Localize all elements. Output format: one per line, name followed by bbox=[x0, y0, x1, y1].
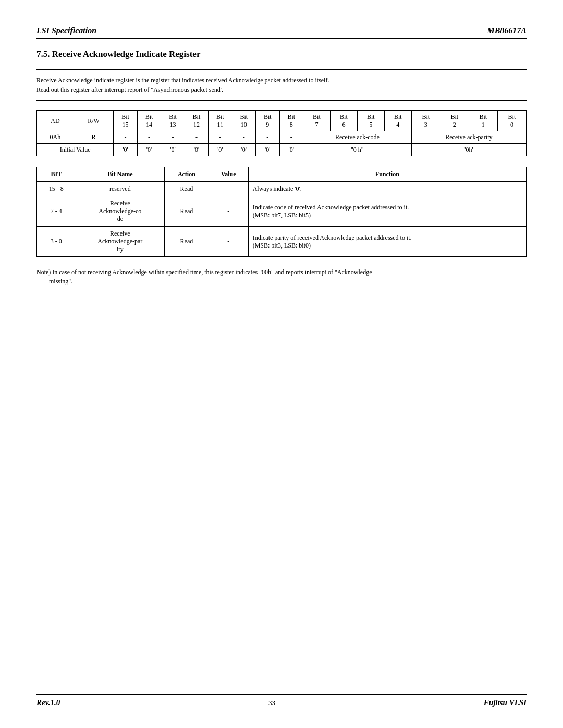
reg-col-bit14: Bit14 bbox=[137, 111, 161, 131]
func-name-7-4: ReceiveAcknowledge-code bbox=[76, 196, 165, 227]
reg-init-ack-code: "0 h" bbox=[303, 144, 411, 156]
footer-company: Fujitsu VLSI bbox=[484, 698, 527, 707]
page: LSI Specification MB86617A 7.5. Receive … bbox=[0, 0, 563, 728]
reg-col-bit15: Bit15 bbox=[114, 111, 137, 131]
description-line1: Receive Acknowledge indicate register is… bbox=[36, 76, 527, 85]
page-footer: Rev.1.0 33 Fujitsu VLSI bbox=[36, 694, 527, 707]
reg-init-ack-parity: '0h' bbox=[411, 144, 526, 156]
reg-init-b14: '0' bbox=[137, 144, 161, 156]
func-value-7-4: - bbox=[209, 196, 248, 227]
reg-init-b10: '0' bbox=[232, 144, 255, 156]
reg-col-bit8: Bit8 bbox=[279, 111, 303, 131]
func-row-3-0: 3 - 0 ReceiveAcknowledge-parity Read - I… bbox=[37, 227, 527, 257]
func-bit-15-8: 15 - 8 bbox=[37, 182, 76, 196]
reg-col-bit5: Bit5 bbox=[357, 111, 384, 131]
func-col-name: Bit Name bbox=[76, 167, 165, 182]
func-col-function: Function bbox=[248, 167, 526, 182]
func-action-7-4: Read bbox=[165, 196, 209, 227]
reg-b11: - bbox=[209, 131, 232, 144]
reg-col-bit1: Bit1 bbox=[469, 111, 497, 131]
func-name-15-8: reserved bbox=[76, 182, 165, 196]
reg-init-b15: '0' bbox=[114, 144, 137, 156]
reg-initial-label: Initial Value bbox=[37, 144, 114, 156]
func-col-value: Value bbox=[209, 167, 248, 182]
footer-revision: Rev.1.0 bbox=[36, 698, 60, 707]
reg-init-b9: '0' bbox=[256, 144, 279, 156]
func-function-7-4: Indicate code of received Acknowledge pa… bbox=[248, 196, 526, 227]
reg-b13: - bbox=[161, 131, 185, 144]
func-header-row: BIT Bit Name Action Value Function bbox=[37, 167, 527, 182]
reg-ack-code: Receive ack-code bbox=[303, 131, 411, 144]
section-title: 7.5. Receive Acknowledge Indicate Regist… bbox=[36, 49, 527, 59]
reg-rw: R bbox=[74, 131, 113, 144]
reg-col-bit7: Bit7 bbox=[303, 111, 330, 131]
func-col-action: Action bbox=[165, 167, 209, 182]
register-bit-table: AD R/W Bit15 Bit14 Bit13 Bit12 Bit11 Bit… bbox=[36, 110, 527, 156]
func-action-3-0: Read bbox=[165, 227, 209, 257]
func-name-3-0: ReceiveAcknowledge-parity bbox=[76, 227, 165, 257]
func-function-15-8: Always indicate '0'. bbox=[248, 182, 526, 196]
reg-ack-parity: Receive ack-parity bbox=[411, 131, 526, 144]
reg-header-row: AD R/W Bit15 Bit14 Bit13 Bit12 Bit11 Bit… bbox=[37, 111, 527, 131]
func-bit-7-4: 7 - 4 bbox=[37, 196, 76, 227]
reg-b15: - bbox=[114, 131, 137, 144]
reg-addr: 0Ah bbox=[37, 131, 74, 144]
func-row-15-8: 15 - 8 reserved Read - Always indicate '… bbox=[37, 182, 527, 196]
reg-col-bit6: Bit6 bbox=[330, 111, 357, 131]
func-action-15-8: Read bbox=[165, 182, 209, 196]
reg-b10: - bbox=[232, 131, 255, 144]
func-function-3-0: Indicate parity of received Acknowledge … bbox=[248, 227, 526, 257]
footer-page-number: 33 bbox=[268, 699, 275, 707]
reg-col-bit12: Bit12 bbox=[185, 111, 208, 131]
header-title-right: MB86617A bbox=[487, 26, 527, 35]
description-block: Receive Acknowledge indicate register is… bbox=[36, 69, 527, 101]
reg-b14: - bbox=[137, 131, 161, 144]
reg-init-b8: '0' bbox=[279, 144, 303, 156]
reg-col-bit10: Bit10 bbox=[232, 111, 255, 131]
reg-data-row: 0Ah R - - - - - - - - Receive ack-code R… bbox=[37, 131, 527, 144]
reg-col-bit9: Bit9 bbox=[256, 111, 279, 131]
note-text: Note) In case of not receiving Acknowled… bbox=[36, 268, 372, 285]
func-bit-3-0: 3 - 0 bbox=[37, 227, 76, 257]
reg-col-bit4: Bit4 bbox=[384, 111, 411, 131]
reg-init-b11: '0' bbox=[209, 144, 232, 156]
reg-init-b13: '0' bbox=[161, 144, 185, 156]
reg-b8: - bbox=[279, 131, 303, 144]
reg-initial-row: Initial Value '0' '0' '0' '0' '0' '0' '0… bbox=[37, 144, 527, 156]
reg-col-ad: AD bbox=[37, 111, 74, 131]
func-value-15-8: - bbox=[209, 182, 248, 196]
reg-b9: - bbox=[256, 131, 279, 144]
function-detail-table: BIT Bit Name Action Value Function 15 - … bbox=[36, 167, 527, 257]
page-header: LSI Specification MB86617A bbox=[36, 26, 527, 39]
note-block: Note) In case of not receiving Acknowled… bbox=[36, 267, 527, 286]
reg-col-rw: R/W bbox=[74, 111, 113, 131]
header-title-left: LSI Specification bbox=[36, 26, 96, 35]
reg-init-b12: '0' bbox=[185, 144, 208, 156]
reg-b12: - bbox=[185, 131, 208, 144]
description-line2: Read out this register after interrupt r… bbox=[36, 85, 527, 94]
reg-col-bit0: Bit0 bbox=[497, 111, 526, 131]
reg-col-bit3: Bit3 bbox=[411, 111, 440, 131]
func-row-7-4: 7 - 4 ReceiveAcknowledge-code Read - Ind… bbox=[37, 196, 527, 227]
func-value-3-0: - bbox=[209, 227, 248, 257]
func-col-bit: BIT bbox=[37, 167, 76, 182]
reg-col-bit11: Bit11 bbox=[209, 111, 232, 131]
reg-col-bit2: Bit2 bbox=[440, 111, 469, 131]
reg-col-bit13: Bit13 bbox=[161, 111, 185, 131]
